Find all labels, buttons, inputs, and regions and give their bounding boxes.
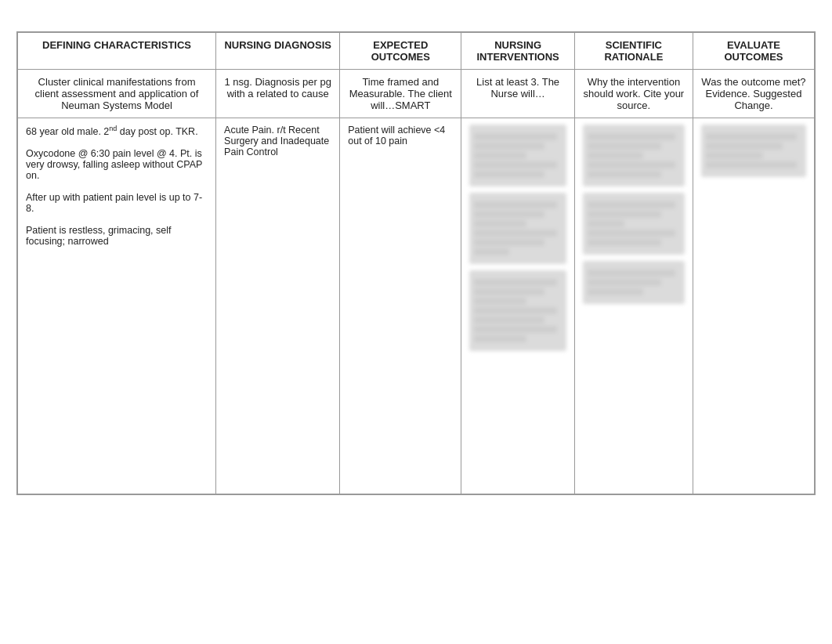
- patient-characteristics: 68 year old male. 2nd day post op. TKR. …: [18, 118, 216, 494]
- patient-oxycodone-text: Oxycodone @ 6:30 pain level @ 4. Pt. is …: [26, 148, 202, 181]
- evaluate-outcomes-value: [693, 118, 814, 494]
- header-nursing-interventions: NURSING INTERVENTIONS: [461, 33, 575, 70]
- care-plan-table: DEFINING CHARACTERISTICS NURSING DIAGNOS…: [16, 31, 816, 495]
- patient-restless-text: Patient is restless, grimacing, self foc…: [26, 225, 172, 247]
- patient-age-text: 68 year old male. 2nd day post op. TKR.: [26, 126, 198, 137]
- header-nursing-diagnosis: NURSING DIAGNOSIS: [216, 33, 340, 70]
- nursing-diagnosis-text: Acute Pain. r/t Recent Surgery and Inade…: [224, 125, 329, 157]
- scientific-rationale-value: [574, 118, 693, 494]
- guide-scientific-rationale: Why the intervention should work. Cite y…: [574, 70, 693, 118]
- header-scientific-rationale: SCIENTIFIC RATIONALE: [574, 33, 693, 70]
- expected-outcomes-text: Patient will achieve <4 out of 10 pain: [348, 125, 445, 147]
- superscript-nd: nd: [109, 125, 117, 132]
- guide-evaluate-outcomes: Was the outcome met? Evidence. Suggested…: [693, 70, 814, 118]
- nursing-diagnosis-value: Acute Pain. r/t Recent Surgery and Inade…: [216, 118, 340, 494]
- header-evaluate-outcomes: EVALUATE OUTCOMES: [693, 33, 814, 70]
- guide-nursing-diagnosis: 1 nsg. Diagnosis per pg with a related t…: [216, 70, 340, 118]
- guide-nursing-interventions: List at least 3. The Nurse will…: [461, 70, 575, 118]
- expected-outcomes-value: Patient will achieve <4 out of 10 pain: [340, 118, 461, 494]
- nursing-interventions-value: [461, 118, 575, 494]
- guide-expected-outcomes: Time framed and Measurable. The client w…: [340, 70, 461, 118]
- patient-data-row: 68 year old male. 2nd day post op. TKR. …: [18, 118, 815, 494]
- guide-row: Cluster clinical manifestations from cli…: [18, 70, 815, 118]
- header-row: DEFINING CHARACTERISTICS NURSING DIAGNOS…: [18, 33, 815, 70]
- header-defining-characteristics: DEFINING CHARACTERISTICS: [18, 33, 216, 70]
- patient-pain-level-text: After up with patient pain level is up t…: [26, 192, 202, 214]
- guide-defining-characteristics: Cluster clinical manifestations from cli…: [18, 70, 216, 118]
- header-expected-outcomes: EXPECTED OUTCOMES: [340, 33, 461, 70]
